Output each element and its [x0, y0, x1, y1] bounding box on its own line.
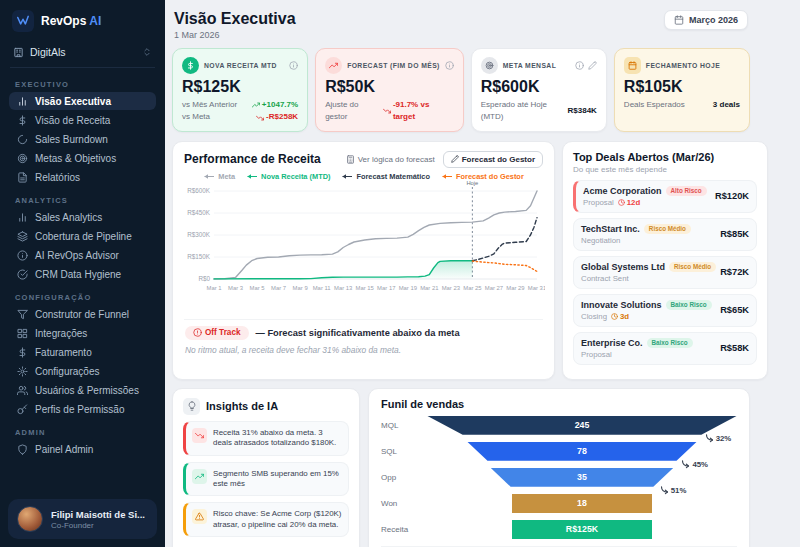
- calculator-icon: [346, 155, 355, 164]
- sidebar-item-usuarios-permissoes[interactable]: Usuários & Permissões: [9, 381, 156, 399]
- sidebar-item-integracoes[interactable]: Integrações: [9, 324, 156, 342]
- sidebar-item-ai-revops-advisor[interactable]: AI RevOps Advisor: [9, 246, 156, 264]
- target-icon: [481, 57, 498, 74]
- kpi-card-fechamento-hoje[interactable]: FECHAMENTO HOJE R$105K Deals Esperados 3…: [614, 48, 750, 132]
- deal-row-innovate-solutions[interactable]: Innovate Solutions Baixo Risco Closing 3…: [573, 294, 757, 327]
- svg-text:Mar 23: Mar 23: [442, 285, 461, 291]
- funnel-value: 245: [575, 420, 590, 430]
- app-root: RevOps AI DigitAls EXECUTIVO Visão Execu…: [0, 0, 800, 547]
- shield-icon: [16, 444, 28, 455]
- deal-row-enterprise-co[interactable]: Enterprise Co. Baixo Risco Proposal R$58…: [573, 332, 757, 365]
- nav-section-label: CONFIGURAÇÃO: [15, 293, 150, 302]
- svg-text:Mar 7: Mar 7: [271, 285, 286, 291]
- users-icon: [16, 385, 28, 396]
- sidebar-item-sales-burndown[interactable]: Sales Burndown: [9, 130, 156, 148]
- svg-text:Mar 9: Mar 9: [293, 285, 308, 291]
- forecast-logic-link[interactable]: Ver lógica do forecast: [346, 155, 435, 164]
- info-icon[interactable]: [445, 61, 454, 70]
- funnel-bar[interactable]: 35: [491, 468, 674, 487]
- sidebar-item-construtor-de-funnel[interactable]: Construtor de Funnel: [9, 305, 156, 323]
- insight-item: Receita 31% abaixo da meta. 3 deals atra…: [183, 421, 349, 456]
- nav-item-label: Cobertura de Pipeline: [35, 230, 132, 243]
- sidebar-item-metas-objetivos[interactable]: Metas & Objetivos: [9, 149, 156, 167]
- funnel-bar[interactable]: 18: [512, 494, 652, 513]
- sidebar-item-configuracoes[interactable]: Configurações: [9, 362, 156, 380]
- status-badge: Off Track: [185, 326, 249, 340]
- legend-item-forecast-matematico[interactable]: Forecast Matemático: [341, 172, 430, 181]
- sidebar-item-sales-analytics[interactable]: Sales Analytics: [9, 208, 156, 226]
- target-icon: [16, 153, 28, 164]
- nav-item-label: AI RevOps Advisor: [35, 249, 119, 262]
- org-switcher[interactable]: DigitAls: [10, 40, 155, 68]
- sidebar-item-cobertura-de-pipeline[interactable]: Cobertura de Pipeline: [9, 227, 156, 245]
- legend-item-meta[interactable]: Meta: [203, 172, 235, 181]
- deal-row-acme-corporation[interactable]: Acme Corporation Alto Risco Proposal 12d…: [573, 180, 757, 213]
- file-text-icon: [16, 172, 28, 183]
- funnel-stage-mql: MQL 245: [381, 416, 737, 435]
- kpi-metric-row: Esperado até Hoje (MTD) R$384K: [481, 99, 597, 124]
- sidebar-item-faturamento[interactable]: Faturamento: [9, 343, 156, 361]
- trending-up-icon: [252, 101, 260, 109]
- deal-value: R$58K: [720, 343, 749, 353]
- forecast-gestor-button[interactable]: Forecast do Gestor: [443, 151, 543, 168]
- revenue-line-chart: R$0 R$150K R$300K R$450K R$600KMar 1Mar …: [184, 181, 545, 317]
- building-icon: [13, 47, 24, 58]
- main-area: Visão Executiva 1 Mar 2026 Março 2026 NO…: [165, 0, 800, 547]
- user-name: Filipi Maisotti de Si...: [51, 509, 145, 520]
- gear-icon: [16, 366, 28, 377]
- brand-name: RevOps AI: [41, 14, 101, 28]
- sidebar-item-painel-admin[interactable]: Painel Admin: [9, 440, 156, 458]
- sidebar-item-visao-de-receita[interactable]: Visão de Receita: [9, 111, 156, 129]
- deal-row-global-systems-ltd[interactable]: Global Systems Ltd Risco Médio Contract …: [573, 256, 757, 289]
- sidebar-item-visao-executiva[interactable]: Visão Executiva: [9, 92, 156, 110]
- kpi-card-meta-mensal[interactable]: META MENSAL R$600K Esperado até Hoje (MT…: [471, 48, 607, 132]
- kpi-metric-row: vs Mês Anterior +1047.7%: [182, 99, 298, 111]
- funnel-bar[interactable]: 245: [427, 416, 737, 435]
- kpi-value: R$105K: [624, 78, 740, 96]
- clock-icon: [618, 199, 625, 206]
- kpi-metric-row: Ajuste do gestor -91.7% vs target: [325, 99, 454, 124]
- deal-stage: Proposal: [581, 350, 716, 359]
- funnel-stage-won: Won 51% 18: [381, 494, 737, 513]
- user-card[interactable]: Filipi Maisotti de Si... Co-Founder: [8, 499, 157, 539]
- svg-text:Mar 3: Mar 3: [228, 285, 244, 291]
- legend-item-forecast-do-gestor[interactable]: Forecast do Gestor: [441, 172, 524, 181]
- info-icon: [16, 250, 28, 261]
- sidebar-item-relatorios[interactable]: Relatórios: [9, 168, 156, 186]
- sidebar-item-crm-data-hygiene[interactable]: CRM Data Hygiene: [9, 265, 156, 283]
- svg-text:R$450K: R$450K: [187, 209, 211, 216]
- pencil-icon[interactable]: [588, 61, 597, 70]
- user-role: Co-Founder: [51, 521, 145, 530]
- deal-value: R$120K: [715, 191, 749, 201]
- nav-item-label: Relatórios: [35, 171, 80, 184]
- insight-text: Risco chave: Se Acme Corp ($120K) atrasa…: [213, 509, 342, 530]
- svg-text:R$600K: R$600K: [187, 187, 211, 194]
- funnel-title: Funil de vendas: [381, 398, 737, 410]
- deal-row-techstart-inc[interactable]: TechStart Inc. Risco Médio Negotiation R…: [573, 218, 757, 251]
- funnel-bar[interactable]: R$125K: [512, 520, 652, 539]
- kpi-metric-label: Ajuste do gestor: [325, 99, 383, 124]
- kpi-card-forecast-fim-do-mes[interactable]: FORECAST (FIM DO MÊS) R$50K Ajuste do ge…: [315, 48, 464, 132]
- dollar-icon: [16, 347, 28, 358]
- nav-item-label: Sales Analytics: [35, 211, 102, 224]
- info-icon[interactable]: [289, 61, 298, 70]
- legend-item-nova-receita-mtd[interactable]: Nova Receita (MTD): [246, 172, 330, 181]
- kpi-metric-label: Deals Esperados: [624, 99, 685, 111]
- check-circle-icon: [16, 269, 28, 280]
- kpi-value: R$125K: [182, 78, 298, 96]
- deal-name: Enterprise Co.: [581, 338, 643, 348]
- info-icon[interactable]: [575, 61, 584, 70]
- curved-arrow-icon: [660, 486, 669, 495]
- alert-circle-icon: [193, 328, 202, 337]
- grid-icon: [16, 328, 28, 339]
- funnel-bar[interactable]: 78: [467, 442, 696, 461]
- svg-text:Mar 21: Mar 21: [420, 285, 438, 291]
- trending-up-icon: [192, 469, 207, 484]
- svg-text:Mar 25: Mar 25: [463, 285, 482, 291]
- kpi-card-nova-receita-mtd[interactable]: NOVA RECEITA MTD R$125K vs Mês Anterior …: [172, 48, 308, 132]
- kpi-label: NOVA RECEITA MTD: [204, 62, 277, 69]
- svg-text:Mar 29: Mar 29: [506, 285, 524, 291]
- period-selector-button[interactable]: Março 2026: [664, 10, 748, 30]
- sidebar-item-perfis-de-permissao[interactable]: Perfis de Permissão: [9, 400, 156, 418]
- trending-up-icon: [325, 57, 342, 74]
